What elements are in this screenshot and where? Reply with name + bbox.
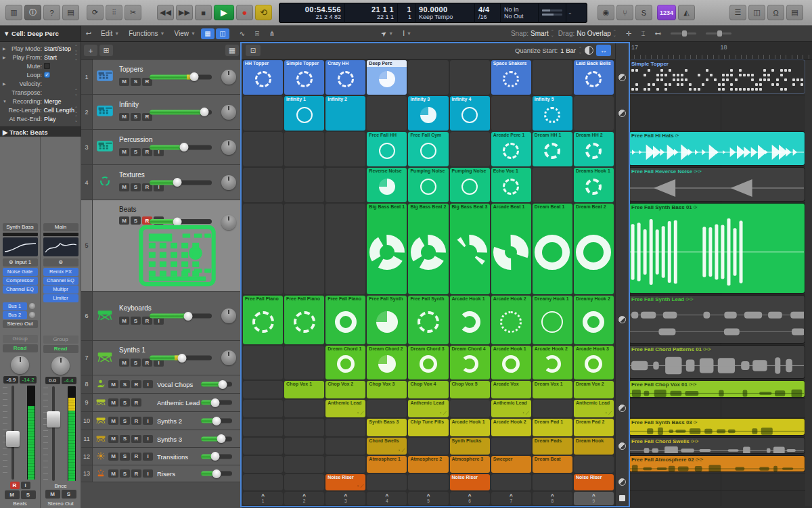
empty-cell[interactable] <box>284 400 324 417</box>
cell-inspector-header[interactable]: ▼ Cell: Deep Perc <box>0 26 81 41</box>
loop-cell-arcade-hook-1[interactable]: Arcade Hook 1 <box>491 346 531 379</box>
scene-trigger-7[interactable]: ^7 <box>491 492 531 505</box>
empty-cell[interactable] <box>243 474 283 490</box>
empty-cell[interactable] <box>284 346 324 379</box>
mute-button[interactable]: M <box>45 490 60 499</box>
disclosure-triangle[interactable]: ▶ <box>3 46 8 51</box>
region-free-fall-chop-vox-01[interactable]: Free Fall Chop Vox 01⟳⟳ <box>629 381 805 397</box>
loop-cell-synth-plucks[interactable]: Synth Plucks <box>450 438 490 455</box>
loop-cell-free-fall-piano[interactable]: Free Fall Piano <box>284 296 324 344</box>
mute-button[interactable]: M <box>108 469 118 478</box>
track-header-toppers[interactable]: 1MSRToppers <box>81 60 242 95</box>
inspector-row-recording[interactable]: ▼Recording:Merge <box>0 97 81 106</box>
volume-value[interactable]: 0.0 <box>45 377 60 384</box>
inspector-value[interactable]: Start/Stop <box>44 45 74 52</box>
loop-cell-noise-riser[interactable]: Noise Riser <box>450 474 490 490</box>
inspector-row-mute[interactable]: Mute: <box>0 62 81 70</box>
record-enable-button[interactable]: R <box>131 380 141 388</box>
disclosure-triangle[interactable]: ▶ <box>3 81 8 86</box>
loop-cell-atmosphere-2[interactable]: Atmosphere 2 <box>408 456 448 473</box>
functions-menu[interactable]: Functions▼ <box>129 30 164 37</box>
vertical-scrollbar[interactable] <box>805 60 812 506</box>
inspector-value[interactable]: Merge <box>44 98 78 105</box>
library-icon[interactable]: ▥ <box>5 5 22 20</box>
loop-cell-arcade-perc-1[interactable]: Arcade Perc 1 <box>491 132 531 166</box>
empty-cell[interactable] <box>243 400 283 417</box>
loop-cell-free-fall-piano[interactable]: Free Fall Piano <box>325 296 365 344</box>
inspector-value[interactable]: Play <box>44 116 74 122</box>
track-volume-slider[interactable] <box>201 454 232 459</box>
loop-cell-space-shakers[interactable]: Space Shakers <box>491 60 531 95</box>
track-volume-slider[interactable] <box>150 314 212 319</box>
track-header-synths-1[interactable]: 7MSRISynths 1 <box>81 341 242 375</box>
inspector-row-loop[interactable]: Loop:✓ <box>0 70 81 79</box>
empty-cell[interactable] <box>491 96 531 131</box>
loop-cell-atmosphere-1[interactable]: Atmosphere 1 <box>367 456 407 473</box>
grid-view-toggle[interactable]: ▦ <box>201 28 215 39</box>
track-volume-slider[interactable] <box>201 400 232 405</box>
volume-value[interactable]: -6.9 <box>3 376 18 384</box>
loop-cell-arcade-beat-1[interactable]: Arcade Beat 1 <box>491 204 531 294</box>
loop-cell-chop-vox-4[interactable]: Chop Vox 4 <box>408 381 448 398</box>
loop-cell-chop-vox-1[interactable]: Chop Vox 1 <box>284 381 324 398</box>
loop-cell-dreamy-hook-1[interactable]: Dreamy Hook 1 <box>533 296 572 344</box>
solo-icon[interactable]: S <box>635 5 652 20</box>
loop-cell-sweeper[interactable]: Sweeper <box>491 456 531 473</box>
track-name[interactable]: Vocal Chops <box>157 381 193 388</box>
loop-cell-deep-perc[interactable]: Deep Perc <box>367 60 407 95</box>
low-latency-icon[interactable]: ◉ <box>597 5 614 20</box>
scene-trigger-9[interactable]: ^9 <box>574 492 614 505</box>
loop-cell-dream-pads[interactable]: Dream Pads <box>533 438 572 455</box>
metronome-button[interactable]: ◭ <box>678 5 695 20</box>
mute-button[interactable]: M <box>119 113 129 121</box>
channel-strip-main[interactable]: Main⊜Remix FXChannel EQMultiprLimiterGro… <box>41 137 81 508</box>
cycle-tool-icon[interactable]: ⟳ <box>87 5 104 20</box>
plugin-slot[interactable]: Multipr <box>43 285 78 294</box>
group-slot[interactable]: Group <box>3 335 38 343</box>
track-volume-slider[interactable] <box>150 219 212 224</box>
mute-checkbox[interactable] <box>44 63 50 69</box>
track-pan-knob[interactable] <box>221 175 236 190</box>
track-volume-slider[interactable] <box>201 471 232 476</box>
track-header-risers[interactable]: 13MSRIRisers <box>81 465 242 482</box>
strip-name[interactable]: Synth Bass <box>3 223 38 231</box>
loop-cell-anthemic-lead[interactable]: Anthemic Lead◔ ⟋ <box>325 400 365 417</box>
empty-cell[interactable] <box>243 381 283 398</box>
peak-value[interactable]: -14.2 <box>20 376 36 384</box>
solo-button[interactable]: S <box>120 453 130 461</box>
mute-button[interactable]: M <box>119 148 129 156</box>
empty-cell[interactable] <box>408 438 448 455</box>
region-free-fall-hi-hats[interactable]: Free Fall Hi Hats⟳ <box>629 132 805 165</box>
bar-ruler[interactable]: 17 18 <box>629 42 812 60</box>
loop-cell-dream-chord-1[interactable]: Dream Chord 1 <box>325 346 365 379</box>
value-stepper[interactable]: ⌃⌄ <box>74 116 78 122</box>
send-slot[interactable]: Bus 1 <box>3 302 38 310</box>
waveform-zoom-icon[interactable]: ⌶ <box>637 28 650 39</box>
track-volume-slider[interactable] <box>150 180 212 185</box>
empty-cell[interactable] <box>367 400 407 417</box>
region-simple-topper[interactable]: Simple Topper <box>629 60 805 93</box>
empty-cell[interactable] <box>408 60 448 95</box>
empty-cell[interactable] <box>325 204 365 294</box>
loop-cell-free-fall-piano[interactable]: Free Fall Piano <box>243 296 283 344</box>
solo-button[interactable]: S <box>21 490 36 499</box>
strip-name[interactable]: Main <box>43 223 78 231</box>
loop-cell-anthemic-lead[interactable]: Anthemic Lead◔ ⟋ <box>491 400 531 417</box>
input-monitor-button[interactable]: I <box>143 435 153 443</box>
media-icon[interactable]: ▤ <box>62 5 79 20</box>
send-bus[interactable]: Bus 2 <box>3 311 27 319</box>
loop-cell-arcade-hook-3[interactable]: Arcade Hook 3 <box>574 346 614 379</box>
volume-knob[interactable] <box>177 354 186 363</box>
cut-icon[interactable]: ✂ <box>125 5 141 20</box>
editors-icon[interactable]: ☰ <box>729 5 746 20</box>
scene-filter-icon[interactable]: ⋔ <box>265 28 279 39</box>
scene-trigger-4[interactable]: ^4 <box>367 492 407 505</box>
empty-cell[interactable] <box>284 132 324 166</box>
inspector-row-playfrom[interactable]: ▶Play From:Start⌃⌄ <box>0 53 81 62</box>
cycle-button[interactable]: ⟲ <box>255 5 272 20</box>
library2-icon[interactable]: ▤ <box>786 5 803 20</box>
record-enable-button[interactable]: R <box>131 417 141 425</box>
loop-cell-dream-chord-2[interactable]: Dream Chord 2 <box>367 346 407 379</box>
tracks-view-toggle[interactable]: ◫ <box>216 28 229 39</box>
scene-trigger-5[interactable]: ^5 <box>408 492 448 505</box>
